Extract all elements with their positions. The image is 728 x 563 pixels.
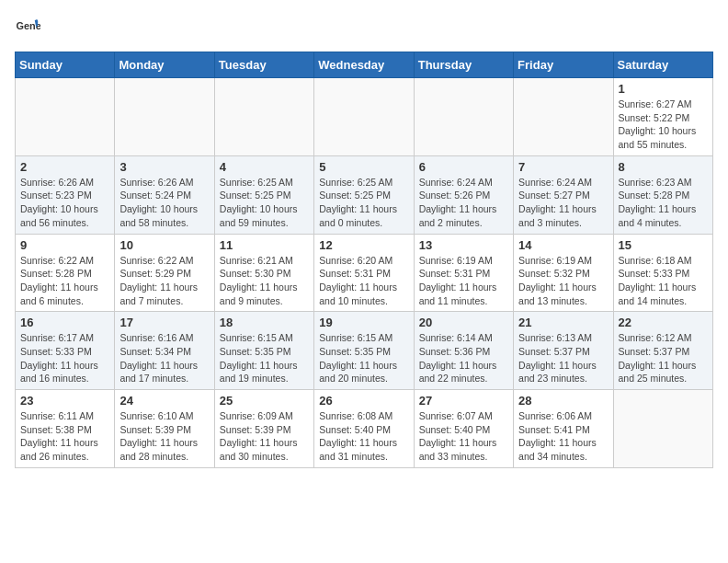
day-number: 3 xyxy=(119,160,209,174)
day-info: Sunrise: 6:26 AM Sunset: 5:24 PM Dayligh… xyxy=(119,176,209,230)
day-number: 18 xyxy=(220,316,309,329)
calendar-cell: 9Sunrise: 6:22 AM Sunset: 5:28 PM Daylig… xyxy=(16,234,115,312)
calendar-cell: 14Sunrise: 6:19 AM Sunset: 5:32 PM Dayli… xyxy=(514,234,613,312)
day-number: 17 xyxy=(119,316,209,329)
day-info: Sunrise: 6:08 AM Sunset: 5:40 PM Dayligh… xyxy=(319,409,408,464)
day-number: 12 xyxy=(319,238,408,252)
col-header-monday: Monday xyxy=(115,52,214,78)
calendar-week-row: 2Sunrise: 6:26 AM Sunset: 5:23 PM Daylig… xyxy=(16,155,713,234)
col-header-saturday: Saturday xyxy=(613,52,712,78)
calendar-cell: 3Sunrise: 6:26 AM Sunset: 5:24 PM Daylig… xyxy=(115,155,214,234)
day-info: Sunrise: 6:25 AM Sunset: 5:25 PM Dayligh… xyxy=(319,176,408,230)
day-number: 7 xyxy=(518,160,608,174)
calendar-cell: 17Sunrise: 6:16 AM Sunset: 5:34 PM Dayli… xyxy=(115,312,214,390)
calendar-week-row: 16Sunrise: 6:17 AM Sunset: 5:33 PM Dayli… xyxy=(16,312,713,390)
day-number: 13 xyxy=(419,238,508,252)
day-info: Sunrise: 6:24 AM Sunset: 5:26 PM Dayligh… xyxy=(419,176,508,230)
day-info: Sunrise: 6:13 AM Sunset: 5:37 PM Dayligh… xyxy=(518,331,608,385)
day-info: Sunrise: 6:26 AM Sunset: 5:23 PM Dayligh… xyxy=(20,176,109,230)
calendar-cell: 20Sunrise: 6:14 AM Sunset: 5:36 PM Dayli… xyxy=(414,312,513,390)
day-info: Sunrise: 6:25 AM Sunset: 5:25 PM Dayligh… xyxy=(220,176,309,230)
calendar-week-row: 23Sunrise: 6:11 AM Sunset: 5:38 PM Dayli… xyxy=(16,390,713,468)
calendar-cell: 19Sunrise: 6:15 AM Sunset: 5:35 PM Dayli… xyxy=(314,312,414,390)
day-info: Sunrise: 6:16 AM Sunset: 5:34 PM Dayligh… xyxy=(119,331,209,385)
day-info: Sunrise: 6:19 AM Sunset: 5:32 PM Dayligh… xyxy=(518,254,608,308)
day-info: Sunrise: 6:15 AM Sunset: 5:35 PM Dayligh… xyxy=(319,331,408,385)
calendar-cell: 28Sunrise: 6:06 AM Sunset: 5:41 PM Dayli… xyxy=(514,390,613,468)
calendar-cell: 25Sunrise: 6:09 AM Sunset: 5:39 PM Dayli… xyxy=(214,390,313,468)
calendar-cell xyxy=(414,78,513,156)
day-number: 25 xyxy=(220,394,309,408)
calendar-cell: 18Sunrise: 6:15 AM Sunset: 5:35 PM Dayli… xyxy=(214,312,313,390)
col-header-thursday: Thursday xyxy=(414,52,513,78)
day-info: Sunrise: 6:18 AM Sunset: 5:33 PM Dayligh… xyxy=(619,254,708,308)
col-header-sunday: Sunday xyxy=(16,52,115,78)
calendar-cell: 27Sunrise: 6:07 AM Sunset: 5:40 PM Dayli… xyxy=(414,390,513,468)
day-info: Sunrise: 6:24 AM Sunset: 5:27 PM Dayligh… xyxy=(518,176,608,230)
calendar-cell: 1Sunrise: 6:27 AM Sunset: 5:22 PM Daylig… xyxy=(613,78,712,156)
day-number: 14 xyxy=(518,238,608,252)
calendar-cell: 24Sunrise: 6:10 AM Sunset: 5:39 PM Dayli… xyxy=(115,390,214,468)
day-info: Sunrise: 6:06 AM Sunset: 5:41 PM Dayligh… xyxy=(518,409,608,464)
col-header-tuesday: Tuesday xyxy=(214,52,313,78)
calendar-week-row: 9Sunrise: 6:22 AM Sunset: 5:28 PM Daylig… xyxy=(16,234,713,312)
day-number: 16 xyxy=(20,316,109,329)
day-number: 9 xyxy=(20,238,109,252)
day-info: Sunrise: 6:20 AM Sunset: 5:31 PM Dayligh… xyxy=(319,254,408,308)
calendar-cell: 22Sunrise: 6:12 AM Sunset: 5:37 PM Dayli… xyxy=(613,312,712,390)
calendar-cell: 21Sunrise: 6:13 AM Sunset: 5:37 PM Dayli… xyxy=(514,312,613,390)
day-info: Sunrise: 6:22 AM Sunset: 5:28 PM Dayligh… xyxy=(20,254,109,308)
calendar-cell: 13Sunrise: 6:19 AM Sunset: 5:31 PM Dayli… xyxy=(414,234,513,312)
day-number: 22 xyxy=(619,316,708,329)
day-number: 8 xyxy=(619,160,708,174)
calendar: SundayMondayTuesdayWednesdayThursdayFrid… xyxy=(15,52,713,468)
day-number: 2 xyxy=(20,160,109,174)
day-info: Sunrise: 6:22 AM Sunset: 5:29 PM Dayligh… xyxy=(119,254,209,308)
day-number: 10 xyxy=(119,238,209,252)
day-info: Sunrise: 6:07 AM Sunset: 5:40 PM Dayligh… xyxy=(419,409,508,464)
calendar-header-row: SundayMondayTuesdayWednesdayThursdayFrid… xyxy=(16,52,713,78)
day-number: 24 xyxy=(119,394,209,408)
day-number: 21 xyxy=(518,316,608,329)
day-number: 27 xyxy=(419,394,508,408)
col-header-friday: Friday xyxy=(514,52,613,78)
day-number: 11 xyxy=(220,238,309,252)
calendar-cell: 15Sunrise: 6:18 AM Sunset: 5:33 PM Dayli… xyxy=(613,234,712,312)
day-number: 20 xyxy=(419,316,508,329)
calendar-cell: 2Sunrise: 6:26 AM Sunset: 5:23 PM Daylig… xyxy=(16,155,115,234)
calendar-cell xyxy=(214,78,313,156)
calendar-cell: 16Sunrise: 6:17 AM Sunset: 5:33 PM Dayli… xyxy=(16,312,115,390)
logo: General xyxy=(15,15,44,40)
day-number: 6 xyxy=(419,160,508,174)
calendar-cell: 6Sunrise: 6:24 AM Sunset: 5:26 PM Daylig… xyxy=(414,155,513,234)
calendar-cell: 8Sunrise: 6:23 AM Sunset: 5:28 PM Daylig… xyxy=(613,155,712,234)
day-info: Sunrise: 6:12 AM Sunset: 5:37 PM Dayligh… xyxy=(619,331,708,385)
calendar-week-row: 1Sunrise: 6:27 AM Sunset: 5:22 PM Daylig… xyxy=(16,78,713,156)
calendar-cell: 10Sunrise: 6:22 AM Sunset: 5:29 PM Dayli… xyxy=(115,234,214,312)
calendar-cell xyxy=(314,78,414,156)
day-info: Sunrise: 6:19 AM Sunset: 5:31 PM Dayligh… xyxy=(419,254,508,308)
day-info: Sunrise: 6:21 AM Sunset: 5:30 PM Dayligh… xyxy=(220,254,309,308)
day-info: Sunrise: 6:09 AM Sunset: 5:39 PM Dayligh… xyxy=(220,409,309,464)
calendar-cell: 12Sunrise: 6:20 AM Sunset: 5:31 PM Dayli… xyxy=(314,234,414,312)
day-info: Sunrise: 6:11 AM Sunset: 5:38 PM Dayligh… xyxy=(20,409,109,464)
col-header-wednesday: Wednesday xyxy=(314,52,414,78)
day-info: Sunrise: 6:14 AM Sunset: 5:36 PM Dayligh… xyxy=(419,331,508,385)
calendar-cell xyxy=(16,78,115,156)
day-number: 26 xyxy=(319,394,408,408)
calendar-cell: 7Sunrise: 6:24 AM Sunset: 5:27 PM Daylig… xyxy=(514,155,613,234)
day-number: 23 xyxy=(20,394,109,408)
day-info: Sunrise: 6:10 AM Sunset: 5:39 PM Dayligh… xyxy=(119,409,209,464)
calendar-cell xyxy=(115,78,214,156)
calendar-cell: 4Sunrise: 6:25 AM Sunset: 5:25 PM Daylig… xyxy=(214,155,313,234)
header: General xyxy=(15,15,713,40)
day-info: Sunrise: 6:23 AM Sunset: 5:28 PM Dayligh… xyxy=(619,176,708,230)
calendar-cell: 5Sunrise: 6:25 AM Sunset: 5:25 PM Daylig… xyxy=(314,155,414,234)
day-number: 1 xyxy=(619,82,708,96)
calendar-cell: 26Sunrise: 6:08 AM Sunset: 5:40 PM Dayli… xyxy=(314,390,414,468)
day-number: 5 xyxy=(319,160,408,174)
day-info: Sunrise: 6:15 AM Sunset: 5:35 PM Dayligh… xyxy=(220,331,309,385)
day-info: Sunrise: 6:27 AM Sunset: 5:22 PM Dayligh… xyxy=(619,98,708,152)
calendar-cell: 23Sunrise: 6:11 AM Sunset: 5:38 PM Dayli… xyxy=(16,390,115,468)
calendar-cell xyxy=(514,78,613,156)
